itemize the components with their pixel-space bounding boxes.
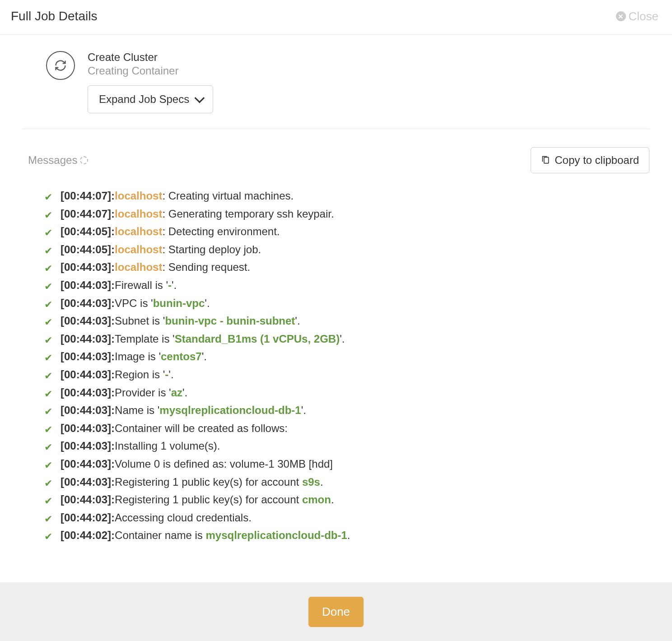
log-text: Installing 1 volume(s). bbox=[115, 440, 220, 452]
check-icon: ✔ bbox=[44, 332, 54, 348]
log-timestamp: [00:44:03]: bbox=[61, 440, 115, 452]
check-icon: ✔ bbox=[44, 297, 54, 313]
log-text: VPC is ' bbox=[115, 297, 153, 309]
check-icon: ✔ bbox=[44, 457, 54, 474]
log-text: '. bbox=[340, 333, 345, 345]
log-row: ✔[00:44:02]:Container name is mysqlrepli… bbox=[44, 526, 649, 544]
job-summary: Create Cluster Creating Container Expand… bbox=[23, 35, 649, 129]
close-icon: ✕ bbox=[616, 11, 626, 21]
log-row: ✔[00:44:03]:VPC is 'bunin-vpc'. bbox=[44, 294, 649, 312]
log-body: [00:44:03]:Image is 'centos7'. bbox=[61, 348, 207, 366]
log-timestamp: [00:44:03]: bbox=[61, 422, 115, 434]
log-body: [00:44:03]:Subnet is 'bunin-vpc - bunin-… bbox=[61, 312, 300, 330]
log-text: Container will be created as follows: bbox=[115, 422, 288, 434]
log-body: [00:44:03]:Registering 1 public key(s) f… bbox=[61, 491, 334, 509]
log-timestamp: [00:44:03]: bbox=[61, 368, 115, 381]
close-button[interactable]: ✕ Close bbox=[616, 9, 658, 23]
log-text: '. bbox=[168, 368, 173, 381]
log-text: Accessing cloud credentials. bbox=[115, 511, 252, 524]
chevron-down-icon bbox=[195, 93, 205, 103]
log-timestamp: [00:44:03]: bbox=[61, 458, 115, 470]
log-text: . bbox=[331, 493, 334, 506]
log-timestamp: [00:44:03]: bbox=[61, 333, 115, 345]
log-text: . bbox=[347, 529, 350, 541]
loading-spinner-icon bbox=[80, 156, 88, 164]
footer: Done bbox=[0, 582, 672, 641]
refresh-icon bbox=[46, 51, 75, 80]
log-row: ✔[00:44:03]:Container will be created as… bbox=[44, 419, 649, 437]
svg-rect-0 bbox=[544, 157, 549, 163]
log-body: [00:44:03]:Provider is 'az'. bbox=[61, 384, 187, 402]
log-host: localhost bbox=[115, 261, 162, 273]
log-row: ✔[00:44:07]:localhost: Generating tempor… bbox=[44, 205, 649, 223]
log-host: localhost bbox=[115, 225, 162, 237]
log-text: '. bbox=[202, 350, 207, 362]
log-timestamp: [00:44:03]: bbox=[61, 404, 115, 416]
log-row: ✔[00:44:03]:Registering 1 public key(s) … bbox=[44, 473, 649, 491]
log-body: [00:44:02]:Accessing cloud credentials. bbox=[61, 509, 252, 527]
log-text: : Sending request. bbox=[162, 261, 250, 273]
log-row: ✔[00:44:03]:Volume 0 is defined as: volu… bbox=[44, 455, 649, 473]
check-icon: ✔ bbox=[44, 511, 54, 527]
log-row: ✔[00:44:03]:localhost: Sending request. bbox=[44, 258, 649, 276]
log-row: ✔[00:44:03]:Region is '-'. bbox=[44, 366, 649, 384]
check-icon: ✔ bbox=[44, 279, 54, 295]
log-timestamp: [00:44:03]: bbox=[61, 386, 115, 399]
log-row: ✔[00:44:03]:Installing 1 volume(s). bbox=[44, 437, 649, 455]
log-body: [00:44:03]:Name is 'mysqlreplicationclou… bbox=[61, 401, 306, 419]
log-value: Standard_B1ms (1 vCPUs, 2GB) bbox=[175, 333, 340, 345]
log-row: ✔[00:44:03]:Provider is 'az'. bbox=[44, 384, 649, 402]
log-body: [00:44:05]:localhost: Starting deploy jo… bbox=[61, 241, 261, 259]
log-text: Firewall is ' bbox=[115, 279, 168, 291]
log-body: [00:44:03]:Firewall is '-'. bbox=[61, 276, 177, 294]
log-text: : Creating virtual machines. bbox=[162, 190, 294, 202]
log-list: ✔[00:44:07]:localhost: Creating virtual … bbox=[9, 173, 663, 562]
log-value: mysqlreplicationcloud-db-1 bbox=[205, 529, 347, 541]
expand-job-specs-button[interactable]: Expand Job Specs bbox=[88, 85, 213, 113]
log-body: [00:44:03]:VPC is 'bunin-vpc'. bbox=[61, 294, 210, 312]
log-timestamp: [00:44:03]: bbox=[61, 350, 115, 362]
log-body: [00:44:02]:Container name is mysqlreplic… bbox=[61, 526, 350, 544]
check-icon: ✔ bbox=[44, 243, 54, 259]
log-text: Volume 0 is defined as: volume-1 30MB [h… bbox=[115, 458, 333, 470]
log-row: ✔[00:44:03]:Registering 1 public key(s) … bbox=[44, 491, 649, 509]
page-title: Full Job Details bbox=[11, 9, 97, 23]
log-timestamp: [00:44:07]: bbox=[61, 208, 115, 220]
check-icon: ✔ bbox=[44, 529, 54, 545]
messages-label: Messages bbox=[28, 154, 88, 167]
content-scroll[interactable]: Create Cluster Creating Container Expand… bbox=[0, 35, 672, 601]
check-icon: ✔ bbox=[44, 386, 54, 402]
log-row: ✔[00:44:03]:Firewall is '-'. bbox=[44, 276, 649, 294]
log-text: Container name is bbox=[115, 529, 205, 541]
log-timestamp: [00:44:03]: bbox=[61, 297, 115, 309]
log-text: . bbox=[320, 476, 323, 488]
log-body: [00:44:03]:localhost: Sending request. bbox=[61, 258, 250, 276]
check-icon: ✔ bbox=[44, 350, 54, 366]
check-icon: ✔ bbox=[44, 404, 54, 420]
log-value: bunin-vpc - bunin-subnet bbox=[165, 315, 295, 327]
log-timestamp: [00:44:07]: bbox=[61, 190, 115, 202]
log-host: localhost bbox=[115, 243, 162, 255]
job-text: Create Cluster Creating Container Expand… bbox=[88, 51, 213, 113]
check-icon: ✔ bbox=[44, 207, 54, 223]
log-timestamp: [00:44:02]: bbox=[61, 511, 115, 524]
copy-to-clipboard-button[interactable]: Copy to clipboard bbox=[531, 147, 649, 173]
messages-header: Messages Copy to clipboard bbox=[9, 129, 663, 173]
log-body: [00:44:05]:localhost: Detecting environm… bbox=[61, 223, 280, 241]
check-icon: ✔ bbox=[44, 260, 54, 277]
done-button[interactable]: Done bbox=[308, 597, 364, 627]
check-icon: ✔ bbox=[44, 189, 54, 205]
log-row: ✔[00:44:03]:Subnet is 'bunin-vpc - bunin… bbox=[44, 312, 649, 330]
job-name: Create Cluster bbox=[88, 51, 213, 64]
log-text: '. bbox=[182, 386, 187, 399]
check-icon: ✔ bbox=[44, 368, 54, 384]
log-text: : Detecting environment. bbox=[162, 225, 280, 237]
log-body: [00:44:07]:localhost: Generating tempora… bbox=[61, 205, 334, 223]
check-icon: ✔ bbox=[44, 422, 54, 438]
check-icon: ✔ bbox=[44, 314, 54, 330]
copy-label: Copy to clipboard bbox=[555, 154, 639, 167]
modal-header: Full Job Details ✕ Close bbox=[0, 0, 672, 35]
log-body: [00:44:03]:Region is '-'. bbox=[61, 366, 174, 384]
log-text: : Starting deploy job. bbox=[162, 243, 261, 255]
log-value: bunin-vpc bbox=[153, 297, 205, 309]
